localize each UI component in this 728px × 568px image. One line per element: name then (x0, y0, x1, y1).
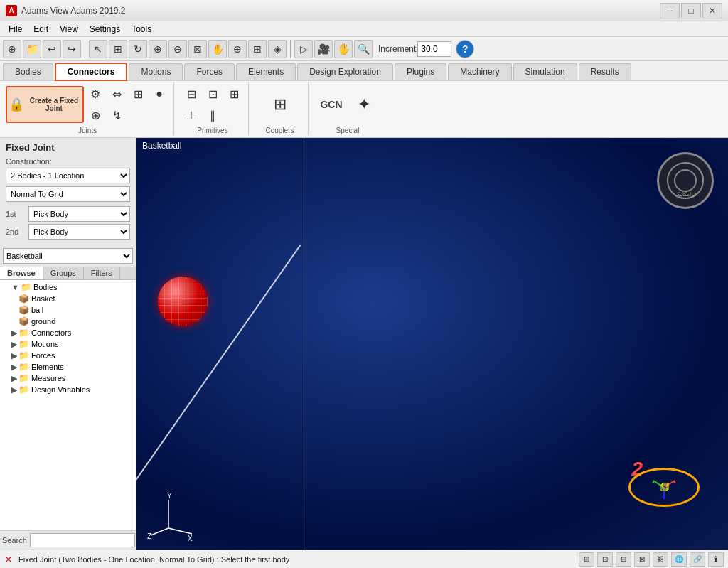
tree-item-ground[interactable]: 📦 ground (1, 316, 134, 327)
search-glass-button[interactable]: 🔍 (354, 40, 373, 58)
status-view-btn-4[interactable]: ⊠ (634, 552, 650, 567)
tab-design-exploration[interactable]: Design Exploration (297, 63, 393, 80)
svg-text:X: X (188, 535, 193, 542)
status-info-btn[interactable]: ℹ (708, 552, 724, 567)
undo-button[interactable]: ↩ (43, 40, 61, 58)
parts-button[interactable]: ◈ (268, 40, 287, 58)
translational-joint-button[interactable]: ⇔ (107, 84, 127, 104)
gcn-button[interactable]: GCN (316, 86, 347, 123)
tree-tab-filters[interactable]: Filters (84, 267, 120, 279)
coupler-button[interactable]: ⊞ (264, 86, 296, 123)
first-body-select[interactable]: Pick Body (28, 206, 130, 222)
move-button[interactable]: ⊞ (109, 40, 127, 58)
primitives-buttons: ⊟ ⊡ ⊞ ⊥ ∥ (181, 84, 244, 125)
tree-item-elements[interactable]: ▶ 📁 Elements (1, 361, 134, 373)
menu-file[interactable]: File (3, 23, 28, 36)
menu-settings[interactable]: Settings (84, 23, 126, 36)
spherical-joint-button[interactable]: ● (149, 84, 169, 104)
tree-item-connectors[interactable]: ▶ 📁 Connectors (1, 327, 134, 338)
close-button[interactable]: ✕ (702, 3, 722, 18)
help-button[interactable]: ? (456, 40, 474, 58)
tab-simulation[interactable]: Simulation (513, 63, 577, 80)
select-button[interactable]: ↖ (89, 40, 107, 58)
construction-select[interactable]: 2 Bodies - 1 Location 2 Bodies - 2 Locat… (6, 168, 130, 183)
hooke-joint-button[interactable]: ⊕ (85, 105, 105, 125)
perp-primitive-button[interactable]: ⊥ (181, 105, 201, 125)
create-fixed-joint-button[interactable]: 🔒 Create a Fixed Joint (6, 86, 84, 123)
rotate-button[interactable]: ↻ (129, 40, 147, 58)
zoom-all-button[interactable]: ⊠ (188, 40, 207, 58)
zoom-in-button[interactable]: ⊕ (149, 40, 167, 58)
tree-item-design-variables[interactable]: ▶ 📁 Design Variables (1, 384, 134, 395)
group-button[interactable]: ⊞ (248, 40, 267, 58)
menu-view[interactable]: View (54, 23, 84, 36)
status-view-btn-2[interactable]: ⊡ (597, 552, 613, 567)
redo-button[interactable]: ↪ (63, 40, 81, 58)
orient-primitive-button[interactable]: ⊞ (224, 84, 244, 104)
increment-label: Increment (378, 44, 416, 54)
status-conn-btn[interactable]: ⛓ (653, 552, 668, 567)
special-buttons: GCN ✦ (316, 84, 380, 125)
revolute-joint-button[interactable]: ⚙ (85, 84, 105, 104)
app-icon: A (6, 5, 17, 16)
tree-tab-browse[interactable]: Browse (0, 267, 43, 279)
joints-group-label: Joints (78, 125, 97, 134)
tab-forces[interactable]: Forces (184, 63, 235, 80)
tab-results[interactable]: Results (579, 63, 631, 80)
tab-machinery[interactable]: Machinery (448, 63, 511, 80)
tab-elements[interactable]: Elements (236, 63, 296, 80)
menu-tools[interactable]: Tools (126, 23, 157, 36)
screw-joint-button[interactable]: ↯ (107, 105, 127, 125)
tree-item-forces[interactable]: ▶ 📁 Forces (1, 350, 134, 361)
tab-motions[interactable]: Motions (129, 63, 183, 80)
orientation-select[interactable]: Normal To Grid Along Axis Custom (6, 186, 130, 202)
tree-filter-select[interactable]: Basketball (3, 248, 133, 264)
red-sphere-object[interactable] (158, 277, 208, 326)
target-ellipse[interactable] (628, 468, 700, 507)
menu-edit[interactable]: Edit (28, 23, 54, 36)
tree-item-ball[interactable]: 📦 ball (1, 304, 134, 316)
status-link-btn[interactable]: 🔗 (690, 552, 705, 567)
status-globe-btn[interactable]: 🌐 (671, 552, 687, 567)
zoom-out-button[interactable]: ⊖ (168, 40, 187, 58)
logo-overlay: فرامکانیک (650, 145, 721, 216)
new-button[interactable]: ⊕ (3, 40, 21, 58)
tree-item-measures[interactable]: ▶ 📁 Measures (1, 373, 134, 384)
search-input[interactable] (30, 533, 135, 547)
inplane-primitive-button[interactable]: ⊡ (203, 84, 223, 104)
inline-primitive-button[interactable]: ⊟ (181, 84, 201, 104)
second-body-select[interactable]: Pick Body (28, 224, 130, 240)
special-extra-button[interactable]: ✦ (348, 86, 380, 123)
connect-button[interactable]: ⊕ (228, 40, 247, 58)
window-controls: ─ □ ✕ (660, 3, 722, 18)
pan-button[interactable]: ✋ (208, 40, 227, 58)
status-view-btn-1[interactable]: ⊞ (579, 552, 594, 567)
tree-tab-groups[interactable]: Groups (43, 267, 84, 279)
status-view-btn-3[interactable]: ⊟ (616, 552, 631, 567)
sim-button[interactable]: ▷ (294, 40, 313, 58)
content-area: Fixed Joint Construction: 2 Bodies - 1 L… (0, 138, 728, 550)
cylindrical-joint-button[interactable]: ⊞ (128, 84, 148, 104)
hand-button[interactable]: 🖐 (334, 40, 353, 58)
minimize-button[interactable]: ─ (660, 3, 680, 18)
camera-button[interactable]: 🎥 (314, 40, 333, 58)
tree-item-motions[interactable]: ▶ 📁 Motions (1, 338, 134, 350)
tab-connectors[interactable]: Connectors (55, 63, 128, 81)
logo-circle: فرامکانیک (657, 152, 714, 209)
ribbon-special-group: GCN ✦ Special (311, 82, 384, 136)
status-right-buttons: ⊞ ⊡ ⊟ ⊠ ⛓ 🌐 🔗 ℹ (579, 552, 724, 567)
tree-tabs: Browse Groups Filters (0, 267, 136, 280)
parallel-primitive-button[interactable]: ∥ (203, 105, 223, 125)
increment-input[interactable] (417, 41, 451, 57)
maximize-button[interactable]: □ (681, 3, 701, 18)
svg-line-18 (168, 528, 192, 534)
tab-plugins[interactable]: Plugins (395, 63, 446, 80)
viewport[interactable]: Basketball فرامکانیک 2 (136, 138, 728, 550)
special-group-label: Special (336, 125, 360, 134)
couplers-buttons: ⊞ (264, 84, 296, 125)
tab-bodies[interactable]: Bodies (3, 63, 53, 80)
open-button[interactable]: 📁 (23, 40, 41, 58)
search-label: Search (2, 536, 27, 545)
tree-item-bodies[interactable]: ▼ 📁 Bodies (1, 282, 134, 293)
tree-item-basket[interactable]: 📦 Basket (1, 293, 134, 304)
